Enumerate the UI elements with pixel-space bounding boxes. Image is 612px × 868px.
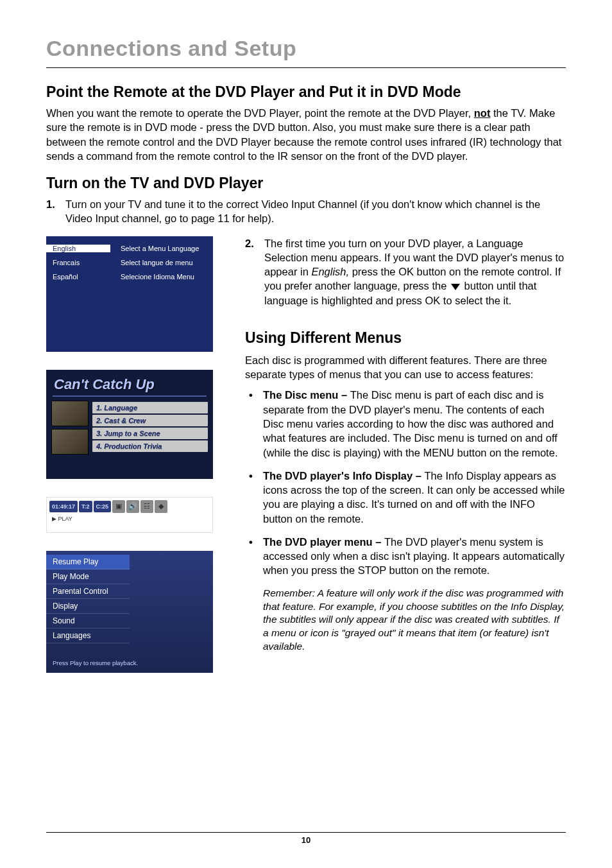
disc-menu-title: Can't Catch Up: [46, 370, 213, 395]
lang-item-espanol: Español: [46, 273, 110, 281]
audio-icon: 🔊: [126, 500, 139, 513]
page-title: Connections and Setup: [46, 36, 566, 61]
player-menu-item: Display: [46, 599, 130, 614]
disc-menu-rule: [53, 395, 207, 397]
info-time-chip: 01:49:17: [49, 501, 78, 512]
info-display-screenshot: 01:49:17 T:2 C:25 ▣ 🔊 ☷ ◆ ▶ PLAY: [46, 497, 213, 533]
disc-menu-item: 3. Jump to a Scene: [92, 428, 208, 439]
page-footer: 10: [46, 832, 566, 845]
right-column: 2. The first time you turn on your DVD p…: [245, 236, 566, 673]
section1-para-underline: not: [474, 107, 491, 119]
disc-menu-thumb: [51, 429, 89, 455]
disc-menu-item: 1. Language: [92, 402, 208, 413]
player-menu-item: Languages: [46, 629, 130, 643]
bullet-player-menu: The DVD player menu – The DVD player's m…: [245, 535, 566, 578]
disc-menu-item: 2. Cast & Crew: [92, 415, 208, 426]
remember-note: Remember: A feature will only work if th…: [245, 587, 566, 654]
step-1: 1. Turn on your TV and tune it to the co…: [46, 197, 566, 226]
bullet-3-label: The DVD player menu –: [263, 536, 384, 548]
step-1-number: 1.: [46, 197, 55, 211]
title-rule: [46, 67, 566, 68]
bullet-2-label: The DVD player's Info Display –: [263, 470, 425, 482]
player-menu-footer: Press Play to resume playback.: [53, 659, 138, 666]
step-2-number: 2.: [245, 236, 254, 250]
lang-item-francais: Francais: [46, 259, 110, 266]
info-t-chip: T:2: [79, 501, 92, 512]
player-menu-item: Parental Control: [46, 584, 130, 599]
page-number: 10: [46, 835, 566, 845]
bullet-1-label: The Disc menu –: [263, 389, 350, 401]
camera-icon: ▣: [112, 500, 125, 513]
section2-heading: Turn on the TV and DVD Player: [46, 175, 566, 192]
info-play-label: ▶ PLAY: [47, 516, 212, 522]
player-menu-screenshot: Resume Play Play Mode Parental Control D…: [46, 551, 213, 673]
bullet-info-display: The DVD player's Info Display – The Info…: [245, 469, 566, 526]
lang-right-1: Select langue de menu: [110, 259, 213, 266]
player-menu-item: Play Mode: [46, 569, 130, 584]
info-c-chip: C:25: [94, 501, 112, 512]
step-1-text: Turn on your TV and tune it to the corre…: [65, 198, 540, 224]
player-menu-item: Sound: [46, 614, 130, 629]
lang-item-english: English: [46, 245, 110, 252]
player-menu-item: Resume Play: [46, 555, 130, 569]
step-2: 2. The first time you turn on your DVD p…: [245, 236, 566, 308]
section1-para-pre: When you want the remote to operate the …: [46, 107, 474, 119]
disc-menu-item: 4. Production Trivia: [92, 440, 208, 452]
step-2-english: English,: [311, 266, 349, 277]
disc-menu-screenshot: Can't Catch Up 1. Language 2. Cast & Cre…: [46, 370, 213, 479]
lang-right-2: Selecione Idioma Menu: [110, 273, 213, 281]
left-column: English Select a Menu Language Francais …: [46, 236, 219, 673]
subtitle-icon: ☷: [140, 500, 153, 513]
bookmark-icon: ◆: [155, 500, 167, 513]
section3-heading: Using Different Menus: [245, 329, 566, 347]
bullet-disc-menu: The Disc menu – The Disc menu is part of…: [245, 388, 566, 459]
section1-para: When you want the remote to operate the …: [46, 106, 566, 163]
section1-heading: Point the Remote at the DVD Player and P…: [46, 83, 566, 101]
language-menu-screenshot: English Select a Menu Language Francais …: [46, 236, 213, 352]
footer-rule: [46, 832, 566, 833]
lang-right-0: Select a Menu Language: [110, 245, 213, 252]
disc-menu-thumb: [51, 401, 89, 426]
section3-intro: Each disc is programmed with different f…: [245, 353, 566, 382]
down-arrow-icon: [451, 284, 460, 290]
